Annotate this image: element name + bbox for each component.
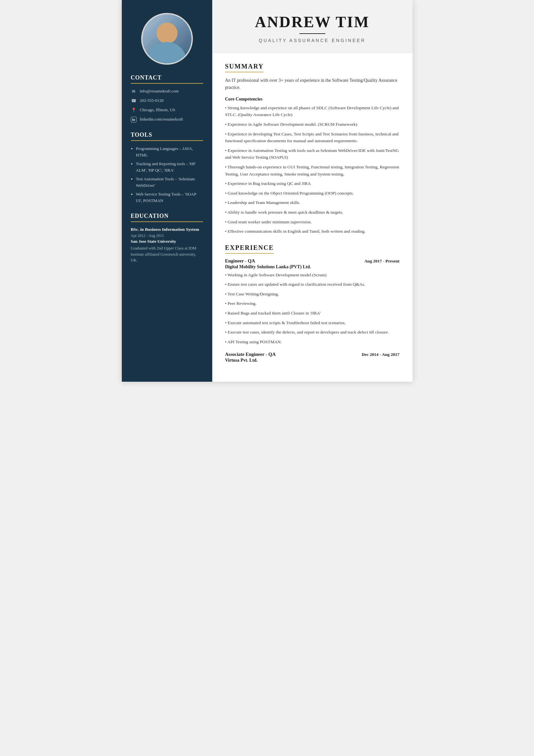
phone-icon: ☎ (131, 98, 137, 104)
edu-description: Graduated with 2nd Upper Class at IDM In… (131, 245, 203, 263)
phone-text: 202-555-0120 (140, 97, 164, 103)
experience-entry: Engineer - QA Aug 2017 - Present Digital… (225, 258, 400, 345)
contact-email: ✉ info@resumekraft.com (131, 88, 203, 94)
competency-item: Good knowledge on the Object Oriented Pr… (225, 190, 400, 197)
competency-item: Experience in Automation Testing with to… (225, 147, 400, 161)
tools-section-title: TOOLS (131, 132, 203, 141)
exp-bullet: Execute automated test scripts & Trouble… (225, 319, 400, 326)
exp-bullet: Raised Bugs and tracked them until Closu… (225, 310, 400, 317)
avatar-body (148, 42, 187, 65)
competency-item: Experience in Agile Software Development… (225, 121, 400, 128)
main-content: ANDREW TIM QUALITY ASSURANCE ENGINEER SU… (212, 0, 413, 382)
contact-linkedin[interactable]: in linkedin.com/resumekraft (131, 116, 203, 122)
experience-section: EXPERIENCE Engineer - QA Aug 2017 - Pres… (225, 244, 400, 363)
exp-title: Associate Engineer - QA (225, 352, 276, 357)
location-text: Chicago, Illinois, US (140, 107, 175, 113)
contact-section-title: CONTACT (131, 74, 203, 84)
linkedin-text: linkedin.com/resumekraft (140, 116, 183, 122)
header-divider (299, 33, 325, 34)
competency-item: Strong knowledge and experience on all p… (225, 104, 400, 118)
experience-section-title: EXPERIENCE (225, 244, 274, 254)
sidebar-content: CONTACT ✉ info@resumekraft.com ☎ 202-555… (122, 74, 212, 273)
header-name: ANDREW TIM (225, 13, 400, 31)
contact-phone: ☎ 202-555-0120 (131, 97, 203, 104)
contact-section: CONTACT ✉ info@resumekraft.com ☎ 202-555… (131, 74, 203, 122)
competency-item: Good team worker under minimum supervisi… (225, 219, 400, 226)
exp-company: Virtusa Pvt. Ltd. (225, 358, 400, 363)
exp-bullet: API Testing using POSTMAN. (225, 338, 400, 345)
experience-entry: Associate Engineer - QA Dec 2014 - Aug 2… (225, 352, 400, 363)
competency-item: Effective communication skills in Englis… (225, 228, 400, 235)
header-title: QUALITY ASSURANCE ENGINEER (225, 38, 400, 43)
email-text: info@resumekraft.com (140, 88, 179, 94)
resume-container: CONTACT ✉ info@resumekraft.com ☎ 202-555… (122, 0, 413, 382)
exp-bullet: Peer Reviewing. (225, 300, 400, 307)
competency-item: Experience in developing Test Cases, Tes… (225, 131, 400, 145)
core-competencies-title: Core Competencies (225, 97, 400, 102)
contact-location: 📍 Chicago, Illinois, US (131, 107, 203, 113)
header-section: ANDREW TIM QUALITY ASSURANCE ENGINEER (212, 0, 413, 53)
tools-section: TOOLS Programming Languages – JAVA, HTML… (131, 132, 203, 203)
exp-bullet: Working in Agile Software Development mo… (225, 272, 400, 279)
edu-date: Apr 2012 - Aug 2015 (131, 233, 203, 238)
competency-item: Experience in Bug tracking using QC and … (225, 180, 400, 187)
summary-intro: An IT professional with over 3+ years of… (225, 77, 400, 92)
list-item: Web Service Testing Tools – 'SOAP UI', P… (136, 191, 203, 203)
edu-school: San Jose State University (131, 239, 203, 244)
linkedin-icon: in (131, 117, 137, 122)
exp-header: Engineer - QA Aug 2017 - Present (225, 258, 400, 264)
edu-degree: BSc. in Business Information System (131, 227, 203, 233)
exp-bullet: Execute test cases, identify the defects… (225, 329, 400, 336)
exp-bullet: Test Case Writing/Designing. (225, 290, 400, 298)
competency-item: Ability to handle work pressure & meet q… (225, 209, 400, 216)
main-body: SUMMARY An IT professional with over 3+ … (212, 53, 413, 382)
location-icon: 📍 (131, 107, 137, 113)
email-icon: ✉ (131, 89, 137, 94)
education-section-title: EDUCATION (131, 213, 203, 222)
competency-item: Thorough hands-on experience in GUI Test… (225, 164, 400, 177)
avatar (141, 13, 193, 65)
education-section: EDUCATION BSc. in Business Information S… (131, 213, 203, 263)
list-item: Tracking and Reporting tools – 'HP ALM',… (136, 161, 203, 173)
sidebar: CONTACT ✉ info@resumekraft.com ☎ 202-555… (122, 0, 212, 382)
exp-date: Dec 2014 - Aug 2017 (362, 352, 400, 357)
competency-item: Leadership and Team Management skills. (225, 199, 400, 206)
summary-section: SUMMARY An IT professional with over 3+ … (225, 63, 400, 235)
avatar-head (156, 23, 177, 44)
exp-bullet: Ensure test cases are updated with regar… (225, 281, 400, 288)
exp-title: Engineer - QA (225, 258, 255, 264)
tools-list: Programming Languages – JAVA, HTML Track… (131, 146, 203, 203)
summary-section-title: SUMMARY (225, 63, 264, 72)
exp-company: Digital Mobility Solutions Lanka (PVT) L… (225, 264, 400, 270)
list-item: Programming Languages – JAVA, HTML (136, 146, 203, 158)
exp-date: Aug 2017 - Present (365, 258, 400, 264)
avatar-image (142, 13, 191, 65)
list-item: Test Automation Tools – 'Selenium WebDri… (136, 176, 203, 188)
exp-header: Associate Engineer - QA Dec 2014 - Aug 2… (225, 352, 400, 357)
